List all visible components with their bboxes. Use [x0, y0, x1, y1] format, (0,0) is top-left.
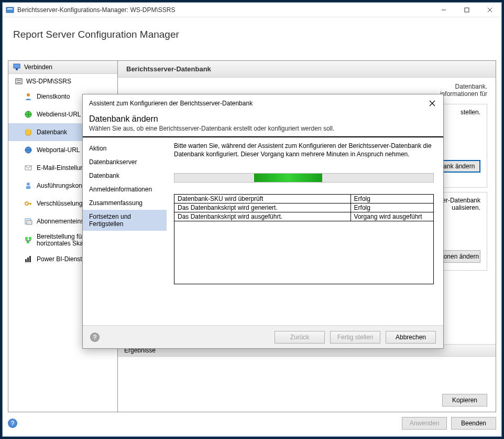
- progress-bar: [174, 173, 434, 183]
- svg-rect-25: [27, 258, 29, 262]
- minimize-button[interactable]: [432, 3, 455, 17]
- svg-rect-9: [17, 80, 21, 81]
- svg-rect-17: [26, 186, 30, 189]
- svg-rect-0: [6, 7, 14, 13]
- close-button[interactable]: [478, 3, 501, 17]
- status-state: Erfolg: [350, 195, 433, 204]
- main-header: Berichtsserver-Datenbank: [118, 61, 496, 78]
- help-icon[interactable]: ?: [8, 419, 17, 428]
- mail-icon: [24, 164, 32, 172]
- svg-rect-20: [27, 220, 32, 224]
- wizard-footer: ? Zurück Fertig stellen Abbrechen: [83, 325, 443, 348]
- svg-point-11: [27, 93, 30, 97]
- svg-rect-7: [16, 68, 18, 70]
- globe-icon: [24, 146, 32, 154]
- svg-rect-21: [25, 237, 28, 240]
- powerbi-icon: [24, 255, 32, 263]
- svg-rect-8: [16, 79, 22, 84]
- wizard-subheading: Wählen Sie aus, ob eine Berichtsserver-D…: [83, 124, 443, 136]
- sidebar-item-label: Dienstkonto: [37, 93, 70, 100]
- svg-rect-26: [29, 256, 31, 262]
- svg-rect-24: [25, 259, 27, 262]
- app-window: Berichtsserver-Konfigurations-Manager: W…: [2, 2, 502, 437]
- copy-button[interactable]: Kopieren: [442, 394, 487, 406]
- wizard-close-button[interactable]: [428, 99, 437, 108]
- page-title: Report Server Configuration Manager: [13, 29, 491, 40]
- svg-rect-22: [29, 237, 31, 240]
- scale-icon: [24, 236, 32, 244]
- back-button[interactable]: Zurück: [275, 331, 325, 344]
- user-icon: [24, 92, 32, 101]
- database-icon: [24, 128, 32, 136]
- sidebar-server[interactable]: WS-DPM\SSRS: [8, 74, 117, 88]
- svg-rect-6: [14, 64, 20, 68]
- status-table: Datenbank-SKU wird überprüft Erfolg Das …: [174, 194, 434, 221]
- wizard-title: Assistent zum Konfigurieren der Berichts…: [89, 100, 253, 107]
- wizard-help-icon[interactable]: ?: [90, 333, 100, 342]
- wizard-step-aktion[interactable]: Aktion: [83, 142, 167, 155]
- status-state: Vorgang wird ausgeführt: [350, 212, 433, 221]
- server-icon: [15, 77, 23, 85]
- wizard-content: Bitte warten Sie, während der Assistent …: [167, 137, 443, 331]
- apply-button[interactable]: Anwenden: [402, 417, 447, 430]
- sidebar-item-label: Webportal-URL: [37, 146, 80, 154]
- app-icon: [6, 6, 14, 14]
- maximize-button[interactable]: [455, 3, 478, 17]
- titlebar: Berichtsserver-Konfigurations-Manager: W…: [3, 3, 501, 17]
- wizard-step-datenbankserver[interactable]: Datenbankserver: [83, 155, 167, 169]
- exec-icon: [24, 181, 32, 190]
- wizard-step-datenbank[interactable]: Datenbank: [83, 169, 167, 183]
- svg-point-18: [25, 202, 28, 205]
- sidebar-connect-label: Verbinden: [24, 63, 52, 71]
- progress-chunk: [254, 174, 322, 182]
- connect-icon: [13, 63, 21, 71]
- sidebar-server-label: WS-DPM\SSRS: [26, 78, 71, 85]
- status-task: Das Datenbankskript wird ausgeführt.: [174, 212, 351, 221]
- web-icon: [24, 110, 32, 119]
- table-row: Das Datenbankskript wird generiert. Erfo…: [174, 204, 434, 212]
- key-icon: [24, 199, 32, 208]
- status-task: Datenbank-SKU wird überprüft: [174, 195, 351, 204]
- wizard-step-anmeldeinformationen[interactable]: Anmeldeinformationen: [83, 183, 167, 196]
- status-table-empty: [174, 221, 434, 284]
- sidebar-item-label: Ausführungskonto: [37, 182, 87, 189]
- close-icon: [429, 100, 435, 106]
- cred-text2: ualisieren.: [452, 204, 480, 211]
- footer: ? Anwenden Beenden: [8, 415, 496, 431]
- wizard-heading: Datenbank ändern: [83, 111, 443, 124]
- exit-button[interactable]: Beenden: [451, 417, 496, 430]
- svg-rect-3: [465, 8, 469, 12]
- db-groupbox-text: stellen.: [461, 109, 480, 116]
- window-title: Berichtsserver-Konfigurations-Manager: W…: [17, 6, 432, 14]
- table-row: Das Datenbankskript wird ausgeführt. Vor…: [174, 212, 434, 221]
- sidebar-item-label: Webdienst-URL: [37, 111, 81, 118]
- sidebar-item-label: Datenbank: [37, 129, 67, 136]
- wizard-message: Bitte warten Sie, während der Assistent …: [174, 142, 434, 158]
- svg-rect-10: [17, 82, 21, 83]
- cancel-button[interactable]: Abbrechen: [386, 331, 436, 344]
- finish-button[interactable]: Fertig stellen: [330, 331, 380, 344]
- svg-rect-23: [27, 241, 29, 243]
- status-task: Das Datenbankskript wird generiert.: [174, 204, 351, 212]
- status-state: Erfolg: [350, 204, 433, 212]
- app-header: Report Server Configuration Manager: [3, 17, 501, 50]
- wizard-steps: Aktion Datenbankserver Datenbank Anmelde…: [83, 137, 167, 331]
- wizard-step-zusammenfassung[interactable]: Zusammenfassung: [83, 196, 167, 210]
- sub-icon: [24, 217, 32, 226]
- svg-rect-1: [7, 8, 13, 9]
- wizard-step-fertigstellen[interactable]: Fortsetzen und Fertigstellen: [83, 210, 167, 231]
- wizard-dialog: Assistent zum Konfigurieren der Berichts…: [82, 94, 444, 349]
- table-row: Datenbank-SKU wird überprüft Erfolg: [174, 195, 434, 204]
- svg-point-16: [27, 183, 30, 186]
- sidebar-connect[interactable]: Verbinden: [8, 61, 117, 74]
